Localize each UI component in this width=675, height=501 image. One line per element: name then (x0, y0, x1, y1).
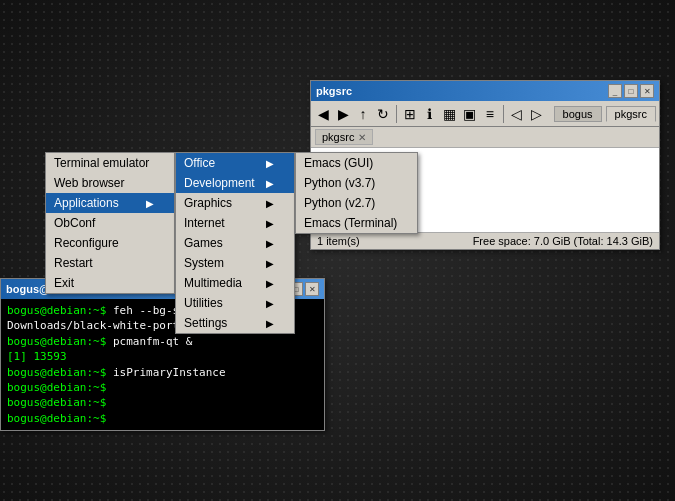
apps-multimedia-arrow: ▶ (266, 278, 274, 289)
apps-item-office-label: Office (184, 156, 258, 170)
prev-tab-button[interactable]: ◁ (508, 103, 526, 125)
menu-item-exit[interactable]: Exit (46, 273, 174, 293)
menu-item-apps-label: Applications (54, 196, 138, 210)
apps-system-arrow: ▶ (266, 258, 274, 269)
dev-item-python37[interactable]: Python (v3.7) (296, 173, 417, 193)
refresh-button[interactable]: ↻ (374, 103, 392, 125)
apps-games-arrow: ▶ (266, 238, 274, 249)
tab-close-icon[interactable]: ✕ (358, 132, 366, 143)
menu-item-reconfigure-label: Reconfigure (54, 236, 154, 250)
dev-item-emacs-gui-label: Emacs (GUI) (304, 156, 397, 170)
pkgsrc-window-controls: _ □ ✕ (608, 84, 654, 98)
tab-label: pkgsrc (322, 131, 354, 143)
dev-item-python27[interactable]: Python (v2.7) (296, 193, 417, 213)
new-window-button[interactable]: ⊞ (401, 103, 419, 125)
menu-item-reconfigure[interactable]: Reconfigure (46, 233, 174, 253)
info-button[interactable]: ℹ (421, 103, 439, 125)
view1-button[interactable]: ▦ (441, 103, 459, 125)
desktop: pkgsrc _ □ ✕ ◀ ▶ ↑ ↻ ⊞ ℹ ▦ ▣ ≡ ◁ ▷ bogus… (0, 0, 675, 501)
pkgsrc-toolbar: ◀ ▶ ↑ ↻ ⊞ ℹ ▦ ▣ ≡ ◁ ▷ bogus pkgsrc (311, 101, 659, 127)
minimize-button[interactable]: _ (608, 84, 622, 98)
menu-item-restart-label: Restart (54, 256, 154, 270)
view2-button[interactable]: ▣ (461, 103, 479, 125)
apps-item-internet-label: Internet (184, 216, 258, 230)
free-space: Free space: 7.0 GiB (Total: 14.3 GiB) (473, 235, 653, 247)
next-tab-button[interactable]: ▷ (528, 103, 546, 125)
menu-container: Terminal emulator Web browser Applicatio… (45, 152, 418, 334)
apps-item-office[interactable]: Office ▶ (176, 153, 294, 173)
apps-item-internet[interactable]: Internet ▶ (176, 213, 294, 233)
apps-graphics-arrow: ▶ (266, 198, 274, 209)
dev-item-emacs-gui[interactable]: Emacs (GUI) (296, 153, 417, 173)
pkgsrc-titlebar: pkgsrc _ □ ✕ (311, 81, 659, 101)
terminal-line-8: bogus@debian:~$ (7, 395, 318, 410)
apps-internet-arrow: ▶ (266, 218, 274, 229)
terminal-line-7: bogus@debian:~$ (7, 380, 318, 395)
apps-item-development[interactable]: Development ▶ (176, 173, 294, 193)
back-button[interactable]: ◀ (314, 103, 332, 125)
apps-settings-arrow: ▶ (266, 318, 274, 329)
menu-item-restart[interactable]: Restart (46, 253, 174, 273)
apps-item-games[interactable]: Games ▶ (176, 233, 294, 253)
close-button[interactable]: ✕ (640, 84, 654, 98)
apps-item-graphics[interactable]: Graphics ▶ (176, 193, 294, 213)
menu-item-obconf-label: ObConf (54, 216, 154, 230)
menu-item-obconf[interactable]: ObConf (46, 213, 174, 233)
apps-item-utilities[interactable]: Utilities ▶ (176, 293, 294, 313)
sep2 (503, 105, 504, 123)
maximize-button[interactable]: □ (624, 84, 638, 98)
dev-item-python27-label: Python (v2.7) (304, 196, 397, 210)
tab-bar: pkgsrc ✕ (311, 127, 659, 148)
apps-item-system[interactable]: System ▶ (176, 253, 294, 273)
apps-item-multimedia[interactable]: Multimedia ▶ (176, 273, 294, 293)
dev-submenu: Emacs (GUI) Python (v3.7) Python (v2.7) … (295, 152, 418, 234)
apps-item-graphics-label: Graphics (184, 196, 258, 210)
menu-item-exit-label: Exit (54, 276, 154, 290)
apps-utilities-arrow: ▶ (266, 298, 274, 309)
apps-item-utilities-label: Utilities (184, 296, 258, 310)
menu-item-terminal-label: Terminal emulator (54, 156, 154, 170)
menu-item-applications[interactable]: Applications ▶ (46, 193, 174, 213)
apps-submenu: Office ▶ Development ▶ Graphics ▶ Intern… (175, 152, 295, 334)
menu-arrow-apps: ▶ (146, 198, 154, 209)
addr-tab-bogus[interactable]: bogus (554, 106, 602, 122)
terminal-line-5: bogus@debian:~$ isPrimaryInstance (7, 365, 318, 380)
menu-item-browser-label: Web browser (54, 176, 154, 190)
dev-item-python37-label: Python (v3.7) (304, 176, 397, 190)
apps-dev-arrow: ▶ (266, 178, 274, 189)
sep1 (396, 105, 397, 123)
apps-office-arrow: ▶ (266, 158, 274, 169)
addr-tab-pkgsrc[interactable]: pkgsrc (606, 106, 656, 122)
root-context-menu: Terminal emulator Web browser Applicatio… (45, 152, 175, 294)
menu-item-terminal-emulator[interactable]: Terminal emulator (46, 153, 174, 173)
up-button[interactable]: ↑ (354, 103, 372, 125)
dev-item-emacs-terminal-label: Emacs (Terminal) (304, 216, 397, 230)
apps-item-settings-label: Settings (184, 316, 258, 330)
apps-item-system-label: System (184, 256, 258, 270)
dev-item-emacs-terminal[interactable]: Emacs (Terminal) (296, 213, 417, 233)
terminal-line-3: bogus@debian:~$ pcmanfm-qt & (7, 334, 318, 349)
menu-item-web-browser[interactable]: Web browser (46, 173, 174, 193)
pkgsrc-title: pkgsrc (316, 85, 352, 97)
apps-item-multimedia-label: Multimedia (184, 276, 258, 290)
view3-button[interactable]: ≡ (481, 103, 499, 125)
apps-item-games-label: Games (184, 236, 258, 250)
terminal-line-4: [1] 13593 (7, 349, 318, 364)
forward-button[interactable]: ▶ (334, 103, 352, 125)
apps-item-dev-label: Development (184, 176, 258, 190)
apps-item-settings[interactable]: Settings ▶ (176, 313, 294, 333)
terminal-line-9: bogus@debian:~$ (7, 411, 318, 426)
tab-pkgsrc[interactable]: pkgsrc ✕ (315, 129, 373, 145)
